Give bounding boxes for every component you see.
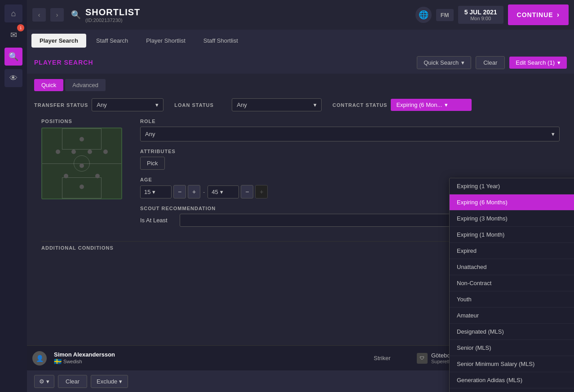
gear-icon: ⚙ xyxy=(39,378,44,385)
gear-chevron-icon: ▾ xyxy=(46,378,49,385)
player-avatar: 👤 xyxy=(32,351,47,366)
position-dot-cb2 xyxy=(88,150,92,154)
age-min-decrement-button[interactable]: − xyxy=(173,185,186,198)
age-max-increment-button[interactable]: + xyxy=(255,185,268,198)
age-min-select[interactable]: 15 ▾ xyxy=(140,185,172,198)
search-header: PLAYER SEARCH Quick Search ▾ Clear Edit … xyxy=(27,51,574,74)
attributes-section: ATTRIBUTES Pick xyxy=(140,149,560,170)
position-dot-am2 xyxy=(95,174,100,178)
contract-dropdown-item[interactable]: Generation Adidas (MLS) xyxy=(450,372,574,388)
sidebar-item-home[interactable]: ⌂ xyxy=(4,4,22,22)
topbar: ‹ › 🔍 SHORTLIST (ID:2002137230) 🌐 FM 5 J… xyxy=(27,0,574,30)
date-sub: Mon 9:00 xyxy=(464,16,497,21)
tab-staff-search[interactable]: Staff Search xyxy=(88,34,136,48)
continue-label: CONTINUE xyxy=(517,11,553,18)
contract-dropdown-item[interactable]: Amateur xyxy=(450,308,574,324)
quick-search-button[interactable]: Quick Search ▾ xyxy=(417,56,471,69)
position-dot-st xyxy=(79,185,84,189)
contract-dropdown-item[interactable]: Non-Contract xyxy=(450,275,574,291)
age-max-value: 45 xyxy=(212,189,218,195)
transfer-status-chevron-icon: ▾ xyxy=(155,101,159,108)
pick-attributes-button[interactable]: Pick xyxy=(140,157,165,170)
exclude-button[interactable]: Exclude ▾ xyxy=(91,375,128,388)
search-section-label: PLAYER SEARCH xyxy=(34,59,412,66)
scout-qualifier: Is At Least xyxy=(140,217,176,224)
bottom-clear-button[interactable]: Clear xyxy=(58,375,87,388)
quick-search-chevron-icon: ▾ xyxy=(461,59,464,66)
age-min-increment-button[interactable]: + xyxy=(188,185,200,198)
player-nation: 🇸🇪 Swedish xyxy=(54,358,366,365)
player-info: Simon Alexandersson 🇸🇪 Swedish xyxy=(54,351,366,365)
position-dot-cm xyxy=(79,163,84,168)
contract-dropdown-item[interactable]: Senior (MLS) xyxy=(450,340,574,356)
contract-dropdown-item[interactable]: Expiring (6 Months) xyxy=(450,194,574,211)
position-dot-rb xyxy=(103,150,108,154)
contract-dropdown-item[interactable]: Reserve (MLS) xyxy=(450,388,574,392)
loan-status-group: LOAN STATUS Any ▾ xyxy=(174,98,322,111)
position-dot-am1 xyxy=(64,174,68,178)
exclude-label: Exclude xyxy=(97,378,117,385)
age-min-value: 15 xyxy=(144,189,150,195)
contract-dropdown-item[interactable]: Expired xyxy=(450,243,574,259)
settings-button[interactable]: ⚙ ▾ xyxy=(34,375,54,388)
age-separator: - xyxy=(202,189,206,195)
contract-dropdown-item[interactable]: Senior Minimum Salary (MLS) xyxy=(450,356,574,372)
globe-icon: 🌐 xyxy=(415,7,432,23)
page-subtitle: (ID:2002137230) xyxy=(85,18,411,23)
contract-dropdown-item[interactable]: Youth xyxy=(450,291,574,308)
page-title: SHORTLIST xyxy=(85,7,411,18)
loan-status-select[interactable]: Any ▾ xyxy=(232,98,322,111)
continue-button[interactable]: CONTINUE › xyxy=(508,4,569,25)
date-block: 5 JUL 2021 Mon 9:00 xyxy=(458,6,503,24)
role-select[interactable]: Any ▾ xyxy=(140,127,560,141)
contract-dropdown-item[interactable]: Designated (MLS) xyxy=(450,324,574,340)
contract-status-chevron-icon: ▾ xyxy=(445,101,448,108)
back-button[interactable]: ‹ xyxy=(32,8,46,22)
contract-dropdown-item[interactable]: Expiring (1 Month) xyxy=(450,227,574,243)
contract-dropdown-item[interactable]: Unattached xyxy=(450,259,574,275)
transfer-status-value: Any xyxy=(97,101,106,108)
sidebar-item-search[interactable]: 🔍 xyxy=(4,48,22,66)
mode-tab-advanced[interactable]: Advanced xyxy=(65,79,106,91)
attributes-label: ATTRIBUTES xyxy=(140,149,560,154)
contract-status-value: Expiring (6 Mon... xyxy=(396,101,442,108)
role-chevron-icon: ▾ xyxy=(552,131,555,137)
loan-status-label: LOAN STATUS xyxy=(174,102,228,108)
tab-staff-shortlist[interactable]: Staff Shortlist xyxy=(195,34,246,48)
age-max-decrement-button[interactable]: − xyxy=(241,185,253,198)
continue-arrow-icon: › xyxy=(557,11,560,19)
contract-status-label: CONTRACT STATUS xyxy=(332,102,387,108)
edit-search-button[interactable]: Edit Search (1) ▾ xyxy=(509,57,567,69)
quick-search-label: Quick Search xyxy=(424,59,459,66)
transfer-status-select[interactable]: Any ▾ xyxy=(92,98,163,111)
role-value: Any xyxy=(145,131,155,137)
tab-player-search[interactable]: Player Search xyxy=(31,34,86,48)
content-area: PLAYER SEARCH Quick Search ▾ Clear Edit … xyxy=(27,51,574,392)
role-label: ROLE xyxy=(140,119,560,124)
position-dot-gk xyxy=(79,137,84,141)
positions-label: POSITIONS xyxy=(41,119,140,124)
filter-row-status: TRANSFER STATUS Any ▾ LOAN STATUS Any ▾ … xyxy=(34,98,567,111)
age-max-select[interactable]: 45 ▾ xyxy=(208,185,239,198)
pitch-diagram[interactable] xyxy=(41,128,122,199)
age-max-chevron-icon: ▾ xyxy=(220,189,223,195)
loan-status-chevron-icon: ▾ xyxy=(313,101,317,108)
contract-status-group: CONTRACT STATUS Expiring (6 Mon... ▾ xyxy=(332,99,472,111)
sidebar-item-scout[interactable]: 👁 xyxy=(4,69,22,87)
contract-status-dropdown: Expiring (1 Year)Expiring (6 Months)Expi… xyxy=(449,178,574,392)
clear-search-button[interactable]: Clear xyxy=(476,56,505,69)
exclude-chevron-icon: ▾ xyxy=(119,378,122,385)
forward-button[interactable]: › xyxy=(50,8,64,22)
tab-player-shortlist[interactable]: Player Shortlist xyxy=(138,34,193,48)
mode-tabs: Quick Advanced xyxy=(27,74,574,91)
tab-bar: Player Search Staff Search Player Shortl… xyxy=(27,30,574,51)
date-main: 5 JUL 2021 xyxy=(464,9,497,16)
transfer-status-label: TRANSFER STATUS xyxy=(34,102,88,108)
sidebar: ⌂ ✉ 1 🔍 👁 xyxy=(0,0,27,392)
mail-badge: 1 xyxy=(17,24,24,31)
contract-dropdown-item[interactable]: Expiring (1 Year) xyxy=(450,178,574,194)
sidebar-item-mail[interactable]: ✉ 1 xyxy=(4,26,22,44)
contract-dropdown-item[interactable]: Expiring (3 Months) xyxy=(450,211,574,227)
contract-status-select[interactable]: Expiring (6 Mon... ▾ xyxy=(391,99,472,111)
mode-tab-quick[interactable]: Quick xyxy=(34,79,63,91)
